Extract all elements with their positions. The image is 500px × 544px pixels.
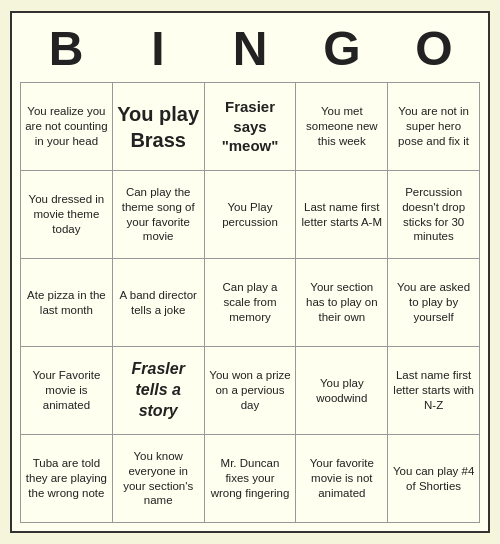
bingo-cell: You dressed in movie theme today [21, 171, 113, 259]
bingo-cell: Your section has to play on their own [296, 259, 388, 347]
bingo-cell: A band director tells a joke [113, 259, 205, 347]
bingo-cell: Your favorite movie is not animated [296, 435, 388, 523]
bingo-cell: You know everyone in your section's name [113, 435, 205, 523]
bingo-cell: Your Favorite movie is animated [21, 347, 113, 435]
bingo-cell: Ate pizza in the last month [21, 259, 113, 347]
bingo-cell: Last name first letter starts A-M [296, 171, 388, 259]
bingo-cell: Last name first letter starts with N-Z [388, 347, 480, 435]
title-letter: O [394, 21, 474, 76]
bingo-grid: You realize you are not counting in your… [20, 82, 480, 523]
title-letter: I [118, 21, 198, 76]
title-letter: G [302, 21, 382, 76]
bingo-title: BINGO [20, 21, 480, 76]
bingo-cell: You won a prize on a pervious day [205, 347, 297, 435]
bingo-cell: You Play percussion [205, 171, 297, 259]
bingo-card: BINGO You realize you are not counting i… [10, 11, 490, 533]
title-letter: N [210, 21, 290, 76]
bingo-cell: Frasler tells a story [113, 347, 205, 435]
bingo-cell: Can play the theme song of your favorite… [113, 171, 205, 259]
bingo-cell: You are not in super hero pose and fix i… [388, 83, 480, 171]
bingo-cell: Frasier says "meow" [205, 83, 297, 171]
bingo-cell: You play woodwind [296, 347, 388, 435]
bingo-cell: You are asked to play by yourself [388, 259, 480, 347]
bingo-cell: Percussion doesn't drop sticks for 30 mi… [388, 171, 480, 259]
bingo-cell: You met someone new this week [296, 83, 388, 171]
bingo-cell: Mr. Duncan fixes your wrong fingering [205, 435, 297, 523]
bingo-cell: You can play #4 of Shorties [388, 435, 480, 523]
title-letter: B [26, 21, 106, 76]
bingo-cell: Can play a scale from memory [205, 259, 297, 347]
bingo-cell: Tuba are told they are playing the wrong… [21, 435, 113, 523]
bingo-cell: You play Brass [113, 83, 205, 171]
bingo-cell: You realize you are not counting in your… [21, 83, 113, 171]
